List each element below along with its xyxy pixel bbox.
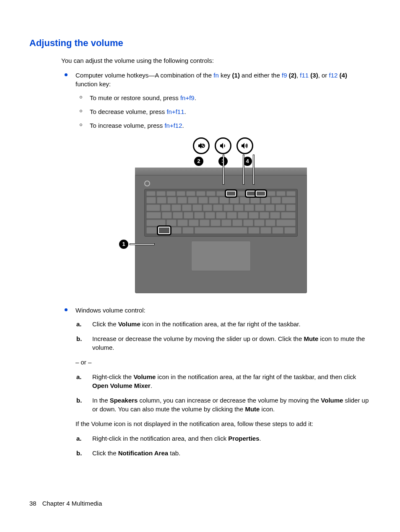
- volume-down-icon: [215, 137, 231, 154]
- or-separator: – or –: [75, 358, 371, 367]
- sub-mute: To mute or restore sound, press fn+f9.: [75, 93, 371, 102]
- callout-1: 1: [119, 240, 128, 249]
- bold-term: Notification Area: [118, 449, 168, 457]
- text: and either the: [240, 72, 282, 79]
- bold-term: Mute: [304, 335, 318, 342]
- step-marker: a.: [76, 434, 82, 443]
- f11-link: f11: [300, 72, 309, 79]
- text: In the: [92, 397, 110, 404]
- page-footer: 38Chapter 4 Multimedia: [29, 500, 102, 507]
- intro-text: You can adjust the volume using the foll…: [61, 56, 371, 65]
- step-b1: b.Increase or decrease the volume by mov…: [75, 334, 371, 352]
- f11-key: [247, 191, 256, 196]
- power-button-icon: [144, 181, 150, 186]
- step-a2: a.Right-click the Volume icon in the not…: [75, 372, 371, 390]
- step-a1: a.Click the Volume icon in the notificat…: [75, 320, 371, 328]
- text: icon in the notification area, at the fa…: [140, 320, 301, 328]
- fn-key-link: fn: [213, 72, 219, 79]
- step-a3: a.Right-click in the notification area, …: [75, 434, 371, 443]
- step-marker: b.: [76, 334, 82, 343]
- page-number: 38: [29, 500, 36, 507]
- callout-ref-4: (4): [340, 72, 347, 79]
- text: column, you can increase or decrease the…: [138, 397, 321, 404]
- text: Windows volume control:: [75, 307, 145, 314]
- text: Right-click in the notification area, an…: [92, 435, 228, 442]
- text: .: [195, 94, 196, 101]
- text: .: [182, 122, 184, 129]
- touchpad: [191, 241, 251, 271]
- bold-term: Volume: [118, 320, 140, 328]
- bullet-hotkeys: Computer volume hotkeys—A combination of…: [61, 71, 371, 293]
- fn-key: [158, 227, 170, 234]
- sub-decrease: To decrease volume, press fn+f11.: [75, 107, 371, 116]
- hotkey-link: fn+f11: [166, 108, 184, 115]
- sub-increase: To increase volume, press fn+f12.: [75, 121, 371, 130]
- callout-ref-1: (1): [232, 72, 240, 79]
- text: Increase or decrease the volume by movin…: [92, 335, 304, 342]
- bold-term: Properties: [228, 435, 259, 442]
- f12-key: [256, 191, 265, 196]
- text: tab.: [168, 449, 180, 457]
- mute-icon: [193, 137, 210, 154]
- bold-term: Speakers: [110, 397, 138, 404]
- text: Right-click the: [92, 373, 133, 380]
- if-not-text: If the Volume icon is not displayed in t…: [75, 419, 371, 428]
- text: .: [184, 108, 186, 115]
- text: icon.: [260, 405, 275, 413]
- text: icon in the notification area, at the fa…: [156, 373, 356, 380]
- text: .: [151, 382, 152, 389]
- svg-line-1: [202, 145, 204, 147]
- step-marker: b.: [76, 396, 82, 405]
- f9-link: f9: [282, 72, 287, 79]
- chapter-label: Chapter 4 Multimedia: [42, 500, 102, 507]
- step-b2: b.In the Speakers column, you can increa…: [75, 396, 371, 413]
- text: , or: [318, 72, 329, 79]
- step-marker: a.: [76, 320, 82, 328]
- step-marker: a.: [76, 372, 82, 381]
- hotkey-link: fn+f9: [180, 94, 195, 101]
- callout-4: 4: [243, 157, 252, 166]
- text: To increase volume, press: [90, 122, 164, 129]
- f12-link: f12: [329, 72, 338, 79]
- bold-term: Volume: [133, 373, 156, 380]
- bold-term: Mute: [245, 405, 260, 413]
- f9-key: [226, 191, 236, 196]
- volume-up-icon: [236, 137, 253, 154]
- step-b3: b.Click the Notification Area tab.: [75, 449, 371, 457]
- text: To mute or restore sound, press: [90, 94, 180, 101]
- hotkey-link: fn+f12: [164, 122, 182, 129]
- keyboard-illustration: 2 3 4: [135, 137, 311, 293]
- callout-ref-3: (3): [309, 72, 318, 79]
- text: Click the: [92, 449, 118, 457]
- text: key: [219, 72, 232, 79]
- bold-term: Open Volume Mixer: [92, 382, 151, 389]
- step-marker: b.: [76, 449, 82, 457]
- text: .: [260, 435, 261, 442]
- callout-2: 2: [194, 157, 203, 166]
- section-heading: Adjusting the volume: [29, 38, 371, 49]
- bold-term: Volume: [321, 397, 343, 404]
- callout-ref-2: (2): [287, 72, 296, 79]
- text: To decrease volume, press: [90, 108, 166, 115]
- bullet-windows: Windows volume control: a.Click the Volu…: [61, 306, 371, 457]
- text: Computer volume hotkeys—A combination of…: [75, 72, 213, 79]
- text: Click the: [92, 320, 118, 328]
- laptop-graphic: 1: [135, 168, 307, 293]
- text: function key:: [75, 80, 111, 88]
